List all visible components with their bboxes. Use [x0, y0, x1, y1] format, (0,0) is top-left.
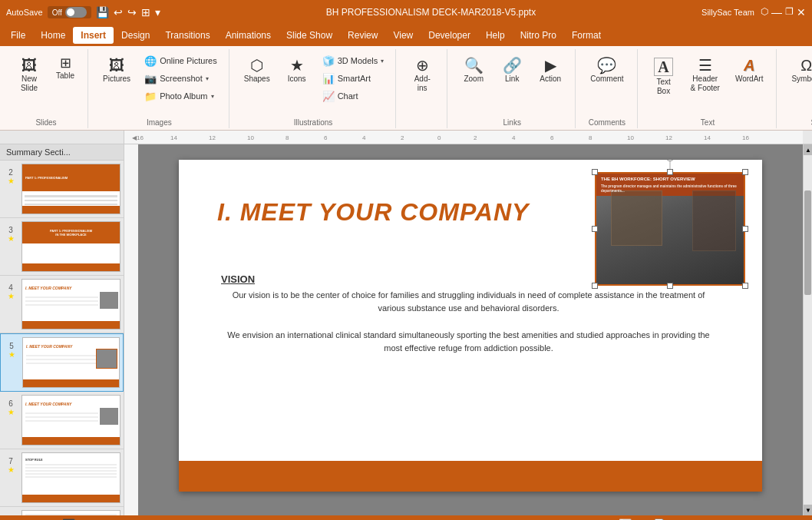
slide-thumbnail-8[interactable]: 8★	[0, 507, 124, 515]
autosave-toggle-icon[interactable]	[65, 7, 87, 18]
customize-icon[interactable]: ▾	[155, 6, 160, 18]
selection-handle-sw[interactable]	[592, 283, 598, 289]
svg-text:8: 8	[589, 134, 592, 141]
slide-thumbnail-4[interactable]: 4★ I. MEET YOUR COMPANY	[0, 276, 124, 333]
menu-nitro[interactable]: Nitro Pro	[513, 27, 564, 44]
menu-developer[interactable]: Developer	[421, 27, 478, 44]
textbox-button[interactable]: A TextBox	[645, 52, 682, 101]
redo-icon[interactable]: ↪	[127, 6, 137, 18]
more-icon[interactable]: ⊞	[141, 6, 150, 18]
slide-image[interactable]: THE BH WORKFORCE: SHORT OVERVIEW The pro…	[595, 172, 745, 286]
slide-thumbnail-7[interactable]: 7★ STOP RULE	[0, 449, 124, 507]
symbols-button[interactable]: Ω Symbols	[784, 52, 812, 89]
screenshot-button[interactable]: 📷 Screenshot ▾	[139, 70, 223, 87]
image-container[interactable]: ↻ THE BH WORKFORCE: SHORT OVERVIEW	[595, 172, 745, 286]
ribbon-group-links: 🔍 Zoom 🔗 Link ▶ Action Links	[449, 49, 576, 128]
online-pictures-icon: 🌐	[144, 55, 157, 67]
menu-view[interactable]: View	[385, 27, 421, 44]
menu-help[interactable]: Help	[478, 27, 513, 44]
icons-button[interactable]: ★ Icons	[279, 52, 315, 89]
svg-text:10: 10	[627, 134, 634, 141]
slide-number-2: 2★	[0, 164, 21, 214]
slides-group-label: Slides	[35, 117, 56, 128]
slide-body-text-2: We envision an international clinical st…	[221, 329, 716, 354]
slide-thumbnail-6[interactable]: 6★ I. MEET YOUR COMPANY	[0, 392, 124, 449]
slide-body-text-1: Our vision is to be the center of choice…	[221, 289, 716, 314]
comment-button[interactable]: 💬 Comment	[583, 52, 630, 89]
undo-icon[interactable]: ↩	[114, 6, 123, 18]
pictures-label: Pictures	[103, 75, 130, 84]
menu-transitions[interactable]: Transitions	[157, 27, 217, 44]
online-pictures-button[interactable]: 🌐 Online Pictures	[139, 52, 223, 69]
svg-text:10: 10	[247, 134, 254, 141]
selection-handle-se[interactable]	[742, 283, 748, 289]
selection-handle-nw[interactable]	[592, 169, 598, 175]
slide-canvas-wrapper: I. MEET YOUR COMPANY VISION Our vision i…	[138, 144, 803, 515]
3dmodels-button[interactable]: 🧊 3D Models ▾	[317, 52, 390, 69]
menu-format[interactable]: Format	[564, 27, 609, 44]
svg-rect-18	[124, 144, 138, 515]
wordart-button[interactable]: A WordArt	[728, 52, 771, 89]
minimize-button[interactable]: —	[771, 6, 782, 18]
selection-handle-ne[interactable]	[742, 169, 748, 175]
action-button[interactable]: ▶ Action	[532, 52, 569, 89]
header-footer-icon: ☰	[698, 58, 712, 73]
slide-number-7: 7★	[0, 452, 21, 503]
svg-text:4: 4	[512, 134, 516, 141]
svg-text:4: 4	[362, 134, 366, 141]
header-footer-button[interactable]: ☰ Header& Footer	[684, 52, 727, 98]
selection-handle-n[interactable]	[667, 169, 673, 175]
text-group-items: A TextBox ☰ Header& Footer A WordArt	[645, 49, 771, 117]
chart-label: Chart	[338, 91, 358, 101]
scroll-down-button[interactable]: ▼	[804, 505, 812, 515]
chart-button[interactable]: 📈 Chart	[317, 88, 390, 104]
menu-home[interactable]: Home	[33, 27, 73, 44]
selection-handle-e[interactable]	[742, 226, 748, 232]
menu-review[interactable]: Review	[340, 27, 385, 44]
autosave-toggle[interactable]: Off	[48, 6, 91, 18]
slide-bottom-bar	[179, 461, 762, 492]
slide-number-3: 3★	[0, 221, 21, 272]
slide-thumbnail-3[interactable]: 3★ PART 1: PROFESSIONALISMIN THE WORKPLA…	[0, 218, 124, 276]
shapes-button[interactable]: ⬡ Shapes	[237, 52, 277, 89]
menu-animations[interactable]: Animations	[218, 27, 279, 44]
screenshot-label: Screenshot	[160, 74, 203, 83]
restore-button[interactable]: ❐	[785, 6, 794, 18]
ribbon-collapse-icon[interactable]: ⬡	[761, 6, 768, 18]
menu-slideshow[interactable]: Slide Show	[279, 27, 340, 44]
wordart-icon: A	[744, 58, 754, 73]
link-button[interactable]: 🔗 Link	[493, 52, 530, 89]
new-slide-label: NewSlide	[21, 75, 38, 93]
ribbon-group-images: 🖼 Pictures 🌐 Online Pictures 📷 Screensho…	[90, 49, 229, 128]
menu-file[interactable]: File	[3, 27, 33, 44]
link-icon: 🔗	[503, 58, 522, 73]
zoom-button[interactable]: 🔍 Zoom	[455, 52, 492, 89]
selection-handle-s[interactable]	[667, 283, 673, 289]
scroll-track[interactable]	[804, 155, 812, 505]
table-button[interactable]: ⊞ Table	[49, 52, 81, 84]
slide-thumbnail-5[interactable]: 5★ I. MEET YOUR COMPANY	[0, 333, 124, 392]
symbols-label: Symbols	[791, 75, 812, 84]
rotate-handle[interactable]: ↻	[665, 160, 675, 161]
photo-album-label: Photo Album	[160, 91, 207, 101]
menu-design[interactable]: Design	[114, 27, 157, 44]
selection-handle-w[interactable]	[592, 226, 598, 232]
scroll-up-button[interactable]: ▲	[804, 144, 812, 155]
new-slide-button[interactable]: 🖼 NewSlide	[11, 52, 48, 98]
slide-title[interactable]: I. MEET YOUR COMPANY	[217, 198, 529, 227]
menu-insert[interactable]: Insert	[73, 27, 114, 44]
pictures-button[interactable]: 🖼 Pictures	[96, 52, 137, 89]
slide-preview-4: I. MEET YOUR COMPANY	[21, 279, 120, 330]
slide-panel[interactable]: Summary Secti... 2★ PART 1: PROFESSIONAL…	[0, 144, 124, 515]
save-icon[interactable]: 💾	[96, 6, 109, 18]
canvas-vertical-scrollbar[interactable]: ▲ ▼	[803, 144, 812, 515]
addins-button[interactable]: ⊕ Add-ins	[404, 52, 441, 98]
scroll-thumb[interactable]	[804, 190, 811, 296]
photo-album-button[interactable]: 📁 Photo Album ▾	[139, 88, 223, 104]
slides-group-items: 🖼 NewSlide ⊞ Table	[11, 49, 81, 117]
smartart-button[interactable]: 📊 SmartArt	[317, 70, 390, 87]
addins-icon: ⊕	[416, 58, 429, 73]
slide-thumbnail-2[interactable]: 2★ PART 1: PROFESSIONALISM	[0, 161, 124, 218]
close-button[interactable]: ✕	[797, 6, 806, 18]
user-name: SillySac Team	[701, 8, 754, 17]
